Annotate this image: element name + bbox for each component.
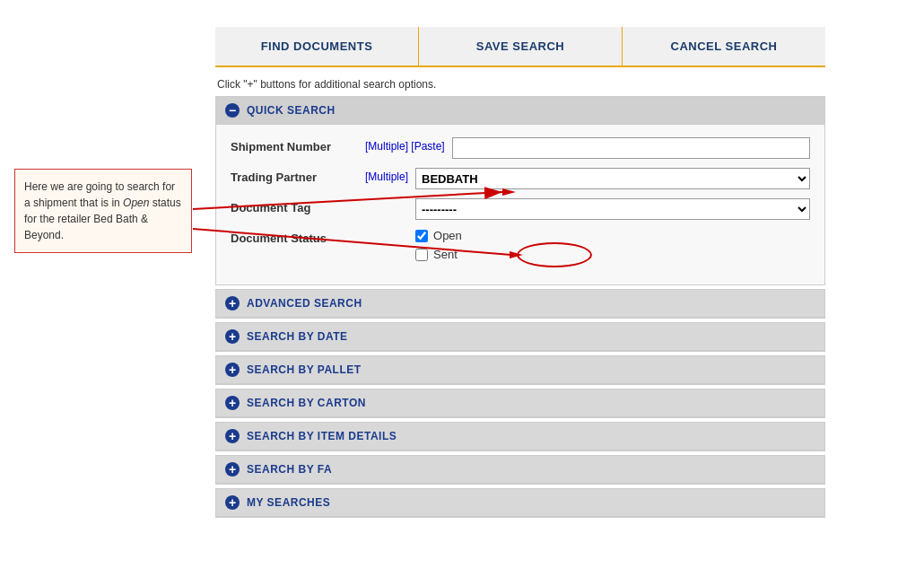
shipment-number-input[interactable] <box>452 137 810 159</box>
cancel-search-button[interactable]: CANCEL SEARCH <box>623 27 825 66</box>
search-by-carton-header[interactable]: + SEARCH BY CARTON <box>216 389 824 417</box>
trading-partner-row: Trading Partner [Multiple] BEDBATH <box>231 168 810 189</box>
status-open-item: Open <box>415 229 462 242</box>
search-by-date-title: SEARCH BY DATE <box>247 330 348 343</box>
search-by-date-header[interactable]: + SEARCH BY DATE <box>216 323 824 351</box>
shipment-number-links[interactable]: [Multiple] [Paste] <box>365 137 445 153</box>
document-status-group: Open Sent <box>415 229 462 261</box>
advanced-search-icon[interactable]: + <box>225 296 240 310</box>
trading-partner-select[interactable]: BEDBATH <box>415 168 810 189</box>
save-search-button[interactable]: SAVE SEARCH <box>419 27 623 66</box>
annotation-italic: Open <box>123 197 149 209</box>
advanced-search-header[interactable]: + ADVANCED SEARCH <box>216 290 824 318</box>
status-sent-checkbox[interactable] <box>415 249 428 261</box>
my-searches-panel: + MY SEARCHES <box>215 488 825 518</box>
shipment-number-row: Shipment Number [Multiple] [Paste] <box>231 137 810 159</box>
quick-search-collapse-icon[interactable]: − <box>225 103 240 118</box>
advanced-search-title: ADVANCED SEARCH <box>247 297 362 310</box>
shipment-number-label: Shipment Number <box>231 137 365 153</box>
quick-search-panel: − QUICK SEARCH Shipment Number [Multiple… <box>215 96 825 285</box>
status-open-checkbox[interactable] <box>415 230 428 242</box>
document-tag-label: Document Tag <box>231 198 365 214</box>
search-by-pallet-title: SEARCH BY PALLET <box>247 363 362 376</box>
advanced-search-panel: + ADVANCED SEARCH <box>215 289 825 319</box>
my-searches-title: MY SEARCHES <box>247 496 330 509</box>
document-tag-row: Document Tag [Multiple] --------- <box>231 198 810 220</box>
search-by-fa-title: SEARCH BY FA <box>247 463 332 476</box>
search-by-date-icon[interactable]: + <box>225 329 240 344</box>
document-status-row: Document Status [Multiple] Open Sent <box>231 229 810 261</box>
search-by-item-details-header[interactable]: + SEARCH BY ITEM DETAILS <box>216 423 824 450</box>
my-searches-header[interactable]: + MY SEARCHES <box>216 489 824 517</box>
search-by-item-details-title: SEARCH BY ITEM DETAILS <box>247 430 397 442</box>
status-open-label: Open <box>433 229 462 242</box>
find-documents-button[interactable]: FIND DOCUMENTS <box>215 27 419 66</box>
my-searches-icon[interactable]: + <box>225 495 240 510</box>
hint-text: Click "+" buttons for additional search … <box>215 78 825 91</box>
quick-search-title: QUICK SEARCH <box>247 104 336 117</box>
main-content: Click "+" buttons for additional search … <box>215 78 825 518</box>
quick-search-body: Shipment Number [Multiple] [Paste] Tradi… <box>216 125 824 284</box>
search-by-item-details-icon[interactable]: + <box>225 429 240 443</box>
search-by-pallet-icon[interactable]: + <box>225 363 240 377</box>
search-by-fa-header[interactable]: + SEARCH BY FA <box>216 456 824 484</box>
search-by-item-details-panel: + SEARCH BY ITEM DETAILS <box>215 422 825 451</box>
search-by-date-panel: + SEARCH BY DATE <box>215 322 825 352</box>
quick-search-header[interactable]: − QUICK SEARCH <box>216 97 824 125</box>
search-by-pallet-panel: + SEARCH BY PALLET <box>215 355 825 385</box>
search-by-fa-panel: + SEARCH BY FA <box>215 455 825 485</box>
toolbar: FIND DOCUMENTS SAVE SEARCH CANCEL SEARCH <box>215 27 825 67</box>
search-by-carton-panel: + SEARCH BY CARTON <box>215 389 825 418</box>
search-by-pallet-header[interactable]: + SEARCH BY PALLET <box>216 356 824 384</box>
annotation-box: Here we are going to search for a shipme… <box>14 169 192 253</box>
trading-partner-links[interactable]: [Multiple] <box>365 168 408 183</box>
search-by-fa-icon[interactable]: + <box>225 462 240 477</box>
search-by-carton-title: SEARCH BY CARTON <box>247 397 366 409</box>
search-by-carton-icon[interactable]: + <box>225 396 240 410</box>
trading-partner-label: Trading Partner <box>231 168 365 184</box>
status-sent-item: Sent <box>415 248 462 261</box>
document-status-label: Document Status <box>231 229 365 245</box>
status-sent-label: Sent <box>433 248 458 261</box>
document-tag-select[interactable]: --------- <box>415 198 810 220</box>
